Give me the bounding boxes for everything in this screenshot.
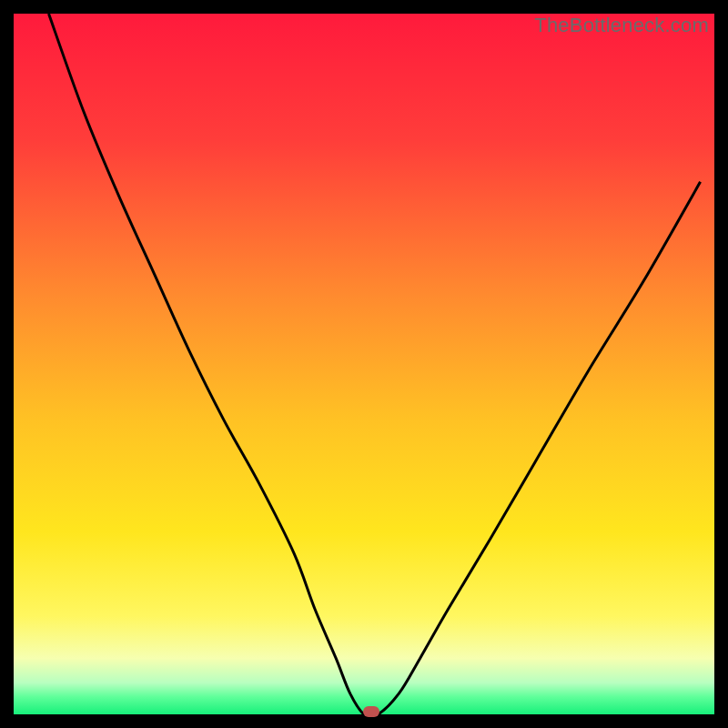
chart-background xyxy=(14,14,714,714)
watermark-text: TheBottleneck.com xyxy=(534,14,709,37)
bottleneck-chart xyxy=(14,14,714,714)
chart-frame: TheBottleneck.com xyxy=(14,14,714,714)
optimal-marker xyxy=(363,706,379,717)
